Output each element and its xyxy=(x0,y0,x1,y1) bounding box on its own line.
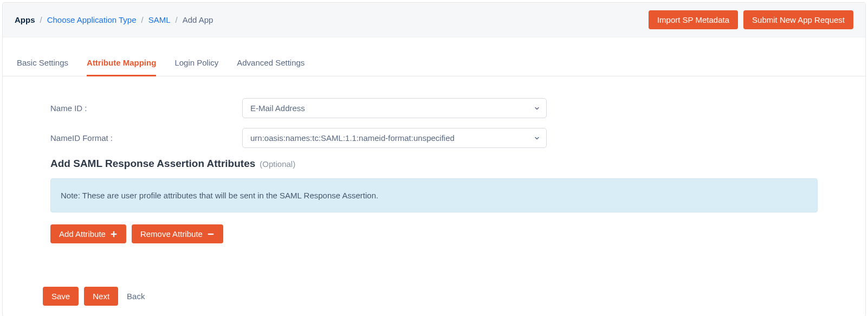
footer-actions: Save Next Back xyxy=(3,287,865,316)
attribute-actions: Add Attribute Remove Attribute xyxy=(50,224,818,243)
next-button[interactable]: Next xyxy=(84,287,118,306)
import-sp-metadata-button[interactable]: Import SP Metadata xyxy=(649,10,738,29)
breadcrumb-add-app: Add App xyxy=(183,15,213,24)
name-id-select[interactable]: E-Mail Address xyxy=(242,98,547,118)
section-title: Add SAML Response Assertion Attributes xyxy=(50,158,255,170)
add-attribute-label: Add Attribute xyxy=(59,229,106,238)
nameid-format-label: NameID Format : xyxy=(50,133,242,143)
minus-icon xyxy=(207,230,215,238)
remove-attribute-button[interactable]: Remove Attribute xyxy=(132,224,223,243)
tab-attribute-mapping[interactable]: Attribute Mapping xyxy=(87,53,156,76)
add-attribute-button[interactable]: Add Attribute xyxy=(50,224,126,243)
form-row-nameid-format: NameID Format : urn:oasis:names:tc:SAML:… xyxy=(50,128,818,148)
breadcrumb-separator: / xyxy=(141,15,144,24)
save-button[interactable]: Save xyxy=(43,287,79,306)
form-row-name-id: Name ID : E-Mail Address xyxy=(50,98,818,118)
section-optional-label: (Optional) xyxy=(260,159,295,169)
nameid-format-select-wrap: urn:oasis:names:tc:SAML:1.1:nameid-forma… xyxy=(242,128,547,148)
name-id-label: Name ID : xyxy=(50,104,242,113)
header-actions: Import SP Metadata Submit New App Reques… xyxy=(649,10,853,29)
header-bar: Apps / Choose Application Type / SAML / … xyxy=(3,3,865,37)
tab-login-policy[interactable]: Login Policy xyxy=(174,53,218,76)
breadcrumb-separator: / xyxy=(40,15,42,24)
svg-rect-2 xyxy=(208,233,214,234)
name-id-select-wrap: E-Mail Address xyxy=(242,98,547,118)
breadcrumb-separator: / xyxy=(176,15,178,24)
nameid-format-select[interactable]: urn:oasis:names:tc:SAML:1.1:nameid-forma… xyxy=(242,128,547,148)
tab-basic-settings[interactable]: Basic Settings xyxy=(17,53,68,76)
breadcrumb-choose-type[interactable]: Choose Application Type xyxy=(47,15,137,24)
remove-attribute-label: Remove Attribute xyxy=(140,229,203,238)
section-header: Add SAML Response Assertion Attributes (… xyxy=(50,158,818,170)
submit-new-app-request-button[interactable]: Submit New App Request xyxy=(743,10,853,29)
svg-rect-1 xyxy=(111,233,117,234)
tabs: Basic Settings Attribute Mapping Login P… xyxy=(3,53,865,76)
note-box: Note: These are user profile attributes … xyxy=(50,178,818,212)
plus-icon xyxy=(110,230,118,238)
note-text: Note: These are user profile attributes … xyxy=(61,191,378,200)
breadcrumb-saml[interactable]: SAML xyxy=(148,15,171,24)
breadcrumb: Apps / Choose Application Type / SAML / … xyxy=(15,15,213,24)
back-link[interactable]: Back xyxy=(124,292,148,301)
page-container: Apps / Choose Application Type / SAML / … xyxy=(2,2,866,316)
tab-advanced-settings[interactable]: Advanced Settings xyxy=(237,53,305,76)
content-area: Name ID : E-Mail Address NameID Format :… xyxy=(3,76,865,287)
breadcrumb-apps[interactable]: Apps xyxy=(15,15,35,24)
